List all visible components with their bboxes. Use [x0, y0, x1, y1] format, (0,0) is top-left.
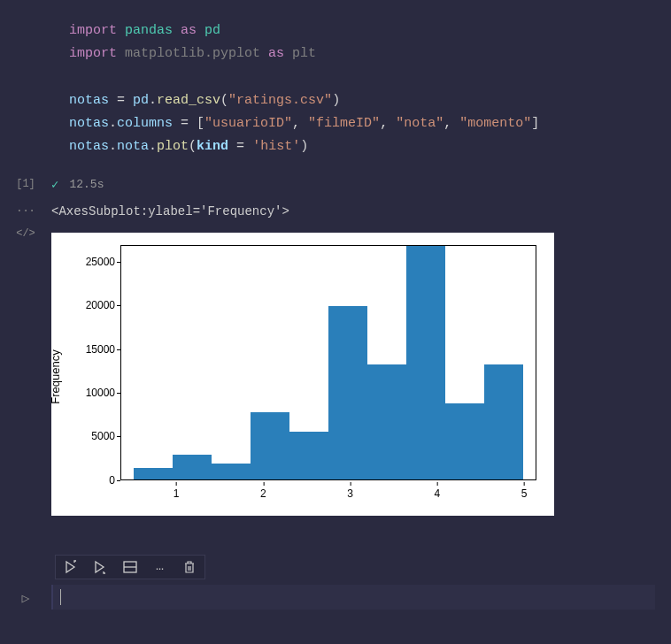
ylabel: Frequency — [49, 349, 62, 403]
text-caret — [60, 589, 61, 605]
keyword-as: as — [181, 23, 197, 38]
bar — [212, 464, 251, 479]
y-tick: 25000 — [86, 256, 115, 268]
notebook: import pandas as pd import matplotlib.py… — [0, 0, 671, 618]
empty-code-input[interactable] — [51, 585, 655, 610]
bar — [173, 455, 212, 479]
y-tick: 20000 — [86, 299, 115, 311]
run-below-button[interactable] — [93, 559, 109, 575]
module-mpl: matplotlib.pyplot — [125, 46, 260, 61]
cell-gutter — [0, 9, 51, 12]
bar — [328, 306, 367, 479]
split-cell-button[interactable] — [122, 559, 138, 575]
keyword-import: import — [69, 23, 117, 38]
y-tick: 15000 — [86, 343, 115, 356]
y-axis: 0500010000150002000025000 — [69, 242, 120, 480]
bar — [251, 412, 289, 479]
bar — [406, 246, 445, 479]
bar — [367, 364, 406, 479]
code-editor[interactable]: import pandas as pd import matplotlib.py… — [51, 9, 671, 170]
execution-meta: [1] ✓ 12.5s — [0, 170, 671, 199]
fn-plot: plot — [157, 139, 189, 154]
exec-count: [1] — [0, 178, 51, 190]
x-tick: 1 — [174, 487, 180, 500]
code-cell: import pandas as pd import matplotlib.py… — [0, 9, 671, 170]
x-tick: 2 — [260, 487, 266, 500]
empty-cell: ▷ — [0, 585, 671, 610]
play-icon[interactable]: ▷ — [0, 586, 51, 607]
x-tick: 5 — [521, 487, 528, 500]
x-axis: 12345 — [120, 482, 536, 507]
keyword-import: import — [69, 46, 117, 61]
output-text: <AxesSubplot:ylabel='Frequency'> — [51, 199, 671, 224]
chart-box — [120, 245, 536, 480]
output-dots-icon: ... — [0, 199, 51, 215]
alias-plt: plt — [292, 46, 316, 61]
delete-cell-button[interactable] — [181, 559, 197, 575]
code-icon: </> — [0, 224, 51, 240]
plot-output: Frequency 0500010000150002000025000 1234… — [51, 233, 554, 516]
exec-time: 12.5s — [69, 178, 104, 191]
alias-pd: pd — [204, 23, 220, 38]
check-icon: ✓ — [51, 177, 58, 192]
y-tick: 0 — [109, 474, 115, 487]
y-tick: 10000 — [86, 387, 115, 399]
more-actions-button[interactable]: … — [152, 559, 168, 575]
bar — [289, 432, 328, 479]
keyword-as: as — [268, 46, 284, 61]
y-tick: 5000 — [91, 430, 115, 442]
output-text-row: ... <AxesSubplot:ylabel='Frequency'> — [0, 199, 671, 224]
bar — [445, 403, 484, 479]
fn-read-csv: read_csv — [157, 93, 220, 108]
x-tick: 4 — [434, 487, 440, 500]
x-tick: 3 — [347, 487, 353, 500]
cell-toolbar: … — [55, 555, 205, 579]
bar — [484, 364, 523, 479]
bar — [134, 468, 173, 479]
module-pandas: pandas — [125, 23, 173, 38]
run-cell-button[interactable] — [63, 559, 79, 575]
output-plot-row: </> Frequency 0500010000150002000025000 … — [0, 224, 671, 528]
var-notas: notas — [69, 93, 109, 108]
bars — [121, 246, 536, 479]
